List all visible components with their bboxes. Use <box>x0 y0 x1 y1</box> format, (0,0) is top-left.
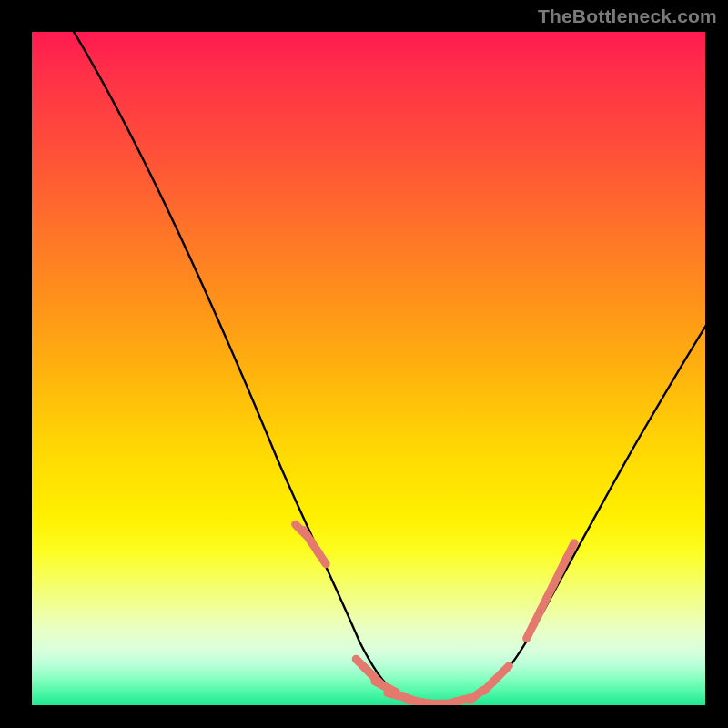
marker-group <box>296 524 574 705</box>
outer-frame: TheBottleneck.com <box>0 0 728 728</box>
watermark-text: TheBottleneck.com <box>538 5 717 27</box>
marker-pill <box>484 679 496 691</box>
plot-area <box>32 32 705 705</box>
marker-pill <box>498 666 510 678</box>
bottleneck-curve-path <box>68 32 705 705</box>
marker-pill <box>317 551 326 564</box>
curve-svg <box>32 32 705 705</box>
